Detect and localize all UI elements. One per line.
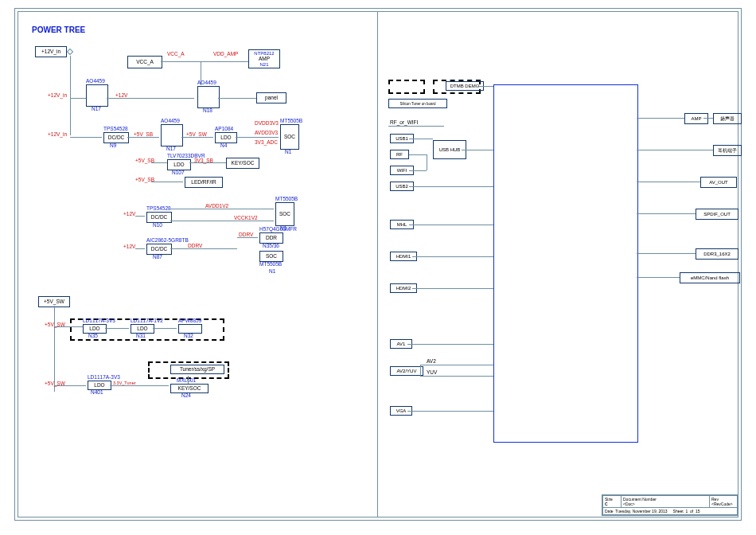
wire bbox=[637, 150, 713, 150]
wire bbox=[236, 137, 279, 138]
net-3v3adc: 3V3_ADC bbox=[255, 139, 278, 145]
wire bbox=[407, 411, 493, 412]
wire bbox=[110, 385, 169, 386]
ld1117-3v3-a: LD1117A-3V3 bbox=[83, 318, 115, 323]
wire bbox=[170, 248, 237, 249]
keysoc-1: KEY/SOC bbox=[226, 158, 259, 169]
ddr-box: DDR bbox=[259, 232, 283, 244]
wire bbox=[427, 154, 427, 170]
yuv-label: YUV bbox=[427, 369, 437, 375]
wire bbox=[105, 328, 129, 329]
soc-3-box: SOC bbox=[259, 251, 283, 262]
avout-box: AV_OUT bbox=[700, 177, 737, 188]
rf-wifi-label: RF_or_WIFI bbox=[390, 119, 418, 125]
net-5vsb: +5V_SB bbox=[134, 131, 153, 137]
speaker-box: 扬声器 bbox=[713, 113, 742, 124]
wire bbox=[409, 186, 493, 187]
wire bbox=[420, 365, 493, 365]
wire bbox=[637, 277, 680, 278]
vcc-a-box: VCC_A bbox=[127, 56, 162, 68]
wire bbox=[170, 209, 274, 209]
n4: N4 bbox=[220, 143, 227, 148]
wire bbox=[420, 376, 493, 377]
wire bbox=[637, 213, 696, 214]
n31: N31 bbox=[136, 333, 146, 338]
dashed-left bbox=[388, 80, 425, 94]
tps-1-box: DC/DC bbox=[103, 132, 129, 143]
wire bbox=[151, 162, 167, 163]
silicon-tuner-box: Silicon Tuner on board bbox=[388, 99, 447, 108]
center-divider bbox=[377, 11, 378, 517]
wire bbox=[637, 118, 684, 119]
amp-chip: NTP8212 AMP N21 bbox=[248, 49, 280, 68]
wire bbox=[237, 237, 258, 238]
net-12v-2: +12V bbox=[123, 211, 135, 217]
wire bbox=[107, 98, 194, 99]
n35: N35/36 bbox=[263, 243, 279, 248]
net-vcc-a: VCC_A bbox=[167, 51, 185, 57]
soc-2-box: SOC bbox=[275, 202, 294, 226]
spdif-box: SPDIF_OUT bbox=[696, 209, 738, 220]
tps-1: TPS54528 bbox=[103, 126, 128, 131]
ap1084-box: LDO bbox=[215, 132, 237, 143]
wire bbox=[189, 162, 226, 163]
apw8859: APW8859 bbox=[178, 318, 201, 323]
wire bbox=[477, 86, 493, 87]
n9: N9 bbox=[110, 143, 116, 148]
wire bbox=[412, 288, 493, 289]
wire bbox=[135, 216, 145, 217]
panel-box: panel bbox=[256, 92, 286, 103]
net-ddrv-1: DDRV bbox=[188, 243, 202, 248]
ld1117-1v2: LD1117A-1V2 bbox=[131, 318, 163, 323]
tuner-line-box: Tuner/ss/xg/SP bbox=[170, 365, 224, 374]
wire bbox=[135, 248, 145, 249]
net-12vin: +12V_in bbox=[48, 92, 67, 98]
main-soc-block bbox=[493, 84, 638, 443]
net-12v: +12V bbox=[115, 92, 127, 98]
ap1084: AP1084 bbox=[215, 126, 233, 131]
ao4459-2-box bbox=[197, 86, 220, 108]
n10: N10 bbox=[153, 222, 162, 228]
n1-3: N1 bbox=[269, 268, 275, 274]
n24: N24 bbox=[181, 392, 191, 398]
wire bbox=[462, 150, 493, 150]
wire bbox=[218, 98, 256, 99]
ao4459-1: AO4459 bbox=[86, 78, 105, 84]
mt5505b-3: MT5505B bbox=[259, 261, 282, 267]
n87: N87 bbox=[153, 254, 162, 260]
rf-box: RF bbox=[390, 150, 409, 159]
ledrfir: LED/RF/IR bbox=[185, 177, 223, 188]
net-avdd1v2: AVDD1V2 bbox=[205, 203, 228, 209]
wire bbox=[170, 221, 274, 221]
n32: N32 bbox=[184, 333, 193, 338]
wire bbox=[637, 253, 696, 254]
page-title: POWER TREE bbox=[32, 25, 85, 34]
av2yuv-box: AV2/YUV bbox=[390, 366, 423, 376]
wire bbox=[70, 98, 86, 99]
ao4459-3: AO4459 bbox=[161, 118, 180, 123]
wire bbox=[407, 344, 493, 345]
title-block: SizeC Document Number<Doc> Rev<RevCode> … bbox=[602, 494, 738, 516]
net-12v-3: +12V bbox=[123, 244, 135, 249]
n17-1: N17 bbox=[92, 106, 101, 111]
net-vcck1v2: VCCK1V2 bbox=[234, 215, 258, 221]
aic: AIC2862-5GR8TB bbox=[146, 237, 189, 243]
wire bbox=[409, 139, 433, 139]
wire bbox=[70, 56, 71, 135]
src-12v-in: +12V_in bbox=[35, 46, 67, 57]
wire bbox=[420, 365, 421, 376]
n35b: N35 bbox=[88, 333, 98, 338]
ddr3-box: DDR3_16X2 bbox=[696, 248, 738, 260]
net-vdd-amp: VDD_AMP bbox=[213, 51, 238, 57]
aic-box: DC/DC bbox=[146, 244, 172, 255]
net-12vin-2: +12V_in bbox=[48, 131, 67, 137]
wire bbox=[412, 256, 493, 257]
wire bbox=[54, 306, 55, 392]
wire bbox=[161, 61, 201, 62]
wire bbox=[703, 118, 713, 119]
mt5505b-2: MT5505B bbox=[275, 196, 298, 201]
net-ddrv-2: DDRV bbox=[239, 232, 253, 237]
hp-box: 耳机端子 bbox=[713, 145, 742, 156]
n18: N18 bbox=[203, 107, 212, 113]
h57q: H57Q4G63MFR bbox=[259, 226, 297, 232]
